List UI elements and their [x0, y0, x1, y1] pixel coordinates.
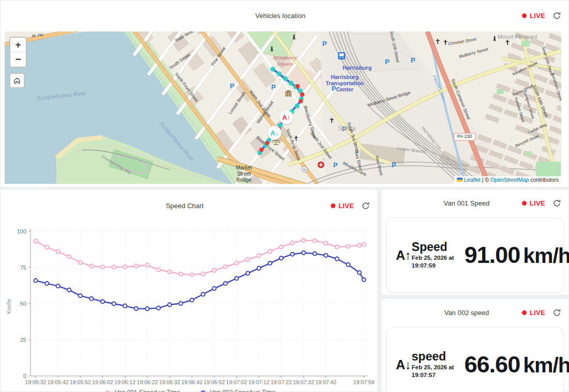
- refresh-button[interactable]: [552, 308, 561, 317]
- data-point: [179, 302, 182, 305]
- speed-value: 66.60 km/h: [465, 351, 569, 378]
- live-indicator-dot: [522, 13, 527, 18]
- parking-icon: P: [385, 58, 390, 66]
- data-point: [89, 297, 93, 301]
- vehicle-marker[interactable]: A↑: [279, 111, 294, 126]
- hospital-icon: [318, 162, 325, 168]
- parking-icon: P: [322, 40, 327, 48]
- parking-icon: P: [392, 161, 396, 169]
- data-point: [362, 278, 365, 281]
- map-zoom-control: + −: [9, 37, 27, 68]
- map-panel-title: Vehicles location: [39, 12, 522, 20]
- refresh-icon: [552, 11, 561, 20]
- data-point: [112, 265, 116, 269]
- live-indicator-dot: [522, 201, 527, 206]
- van-001-speed-panel: Van 001 Speed LIVE A↑ Speed Feb 25, 2026…: [381, 189, 569, 295]
- trail-point-teal: [288, 81, 294, 86]
- leaflet-link[interactable]: Leaflet: [464, 177, 481, 183]
- legend-label: Van 001 Speed vs Time: [115, 389, 180, 392]
- speed-metric-card: A↓ speed Feb 25, 2026 at 19:07:57 66.60 …: [386, 327, 564, 392]
- osm-link[interactable]: OpenStreetMap: [490, 177, 529, 183]
- refresh-icon: [552, 199, 561, 208]
- map-label: Harrisburg: [331, 74, 359, 80]
- data-point: [145, 307, 149, 310]
- x-tick-label: 19:07:42: [315, 379, 336, 385]
- map-label: Transportation: [326, 80, 364, 86]
- data-point: [302, 251, 305, 255]
- data-point: [67, 288, 71, 292]
- data-point: [34, 279, 37, 283]
- parking-icon: P: [271, 83, 276, 91]
- parking-icon: P: [411, 56, 416, 64]
- map-attribution: Leaflet | © OpenStreetMap contributors: [454, 176, 561, 184]
- data-point: [302, 239, 305, 242]
- x-tick-label: 19:05:52: [70, 379, 91, 385]
- data-point: [145, 263, 149, 267]
- data-point: [280, 256, 283, 260]
- live-badge: LIVE: [522, 308, 561, 317]
- chart-axes: 025507510019:05:3219:05:4219:05:5219:06:…: [6, 228, 375, 388]
- trail-point-teal: [295, 103, 300, 108]
- data-point: [313, 239, 316, 242]
- data-point: [190, 273, 194, 276]
- x-tick-label: 19:06:12: [114, 379, 135, 385]
- speed-metric-card: A↑ Speed Feb 25, 2026 at 19:07:59 91.00 …: [386, 217, 564, 293]
- data-point: [212, 269, 216, 272]
- legend-item[interactable]: Van 001 Speed vs Time: [102, 389, 180, 392]
- map-label: Bridge: [237, 177, 252, 183]
- data-point: [324, 254, 328, 257]
- map-label: Market: [236, 165, 252, 170]
- trail-point-red: [265, 141, 269, 145]
- hotel-icon: H: [302, 167, 307, 173]
- trail-point-red: [259, 148, 264, 152]
- attribution-divider: |: [482, 177, 484, 183]
- x-tick-label: 19:07:22: [271, 379, 292, 385]
- map-zoom-in-button[interactable]: +: [10, 38, 26, 52]
- data-point: [290, 241, 294, 245]
- map-home-button[interactable]: [9, 73, 25, 88]
- data-point: [268, 261, 272, 265]
- data-point: [56, 284, 60, 288]
- data-point: [45, 245, 49, 249]
- live-label: LIVE: [530, 309, 545, 317]
- map-canvas[interactable]: H PPPPPPPPP Susquehanna RiverSusquehanna…: [5, 32, 561, 184]
- attribution-contributors: contributors: [530, 177, 559, 183]
- chart-series: [34, 251, 365, 311]
- vehicle-marker[interactable]: A↓: [267, 126, 282, 141]
- data-point: [123, 304, 127, 308]
- legend-line-icon: [102, 390, 112, 392]
- metric-timestamp: Feb 25, 2026 at 19:07:59: [412, 254, 457, 270]
- x-tick-label: 19:06:42: [181, 379, 203, 385]
- speed-value: 91.00 km/h: [465, 242, 569, 269]
- map-label: Square: [277, 61, 293, 67]
- map-zoom-out-button[interactable]: −: [10, 52, 26, 67]
- map-label: PA 230: [457, 134, 472, 139]
- data-point: [67, 255, 71, 258]
- svg-text:H: H: [303, 168, 305, 171]
- data-point: [112, 302, 116, 305]
- vehicle-down-icon: A↓: [396, 357, 411, 372]
- legend-item[interactable]: Van 002 Speed vs Time: [198, 389, 276, 392]
- van2-panel-title: Van 002 speed: [411, 309, 522, 317]
- refresh-button[interactable]: [552, 199, 561, 208]
- speed-unit: km/h: [523, 353, 569, 378]
- data-point: [190, 298, 194, 302]
- trail-point-red: [300, 92, 304, 97]
- speed-number: 91.00: [465, 242, 520, 269]
- van1-panel-title: Van 001 Speed: [411, 199, 522, 207]
- chart-legend: Van 001 Speed vs TimeVan 002 Speed vs Ti…: [1, 389, 377, 392]
- live-badge: LIVE: [522, 11, 561, 20]
- map-label: Center: [336, 86, 353, 92]
- map-label: Mount Pleasant: [498, 34, 537, 40]
- data-point: [101, 265, 104, 269]
- data-point: [201, 292, 205, 296]
- vehicles-location-panel: Vehicles location LIVE: [0, 0, 569, 187]
- vehicle-marker-label: A↑: [282, 114, 290, 121]
- home-icon: [13, 76, 21, 85]
- y-tick-label: 100: [17, 228, 26, 234]
- data-point: [79, 294, 82, 297]
- refresh-button[interactable]: [552, 11, 561, 20]
- data-point: [324, 241, 328, 245]
- data-point: [179, 272, 182, 276]
- legend-line-icon: [198, 390, 207, 392]
